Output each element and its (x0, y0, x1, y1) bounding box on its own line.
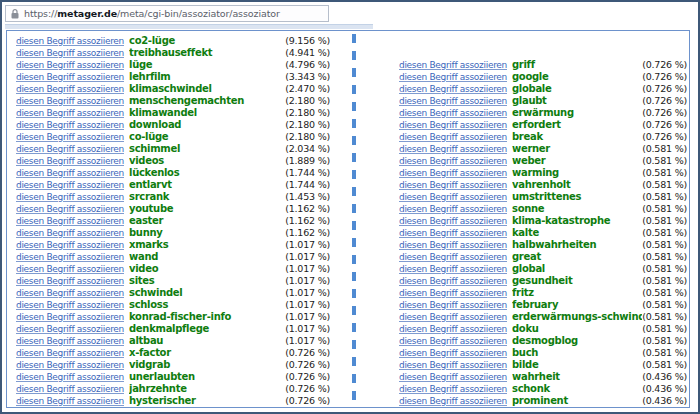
assoc-row: diesen Begriff assoziieren jahrzehnte (0… (16, 383, 330, 395)
associate-link[interactable]: diesen Begriff assoziieren (399, 95, 512, 107)
term-label: denkmalpflege (129, 323, 285, 335)
assoc-row: diesen Begriff assoziieren february (0.5… (399, 299, 687, 311)
percent-value: (0.581 %) (642, 191, 687, 203)
assoc-row: diesen Begriff assoziieren co2-lüge (9.1… (16, 35, 330, 47)
associate-link[interactable]: diesen Begriff assoziieren (16, 131, 129, 143)
term-label: menschengemachten (129, 95, 285, 107)
associate-link[interactable]: diesen Begriff assoziieren (16, 179, 129, 191)
associate-link[interactable]: diesen Begriff assoziieren (16, 335, 129, 347)
term-label: vahrenholt (512, 179, 642, 191)
percent-value: (9.156 %) (285, 35, 330, 47)
percent-value: (1.162 %) (285, 203, 330, 215)
percent-value: (1.744 %) (285, 167, 330, 179)
associate-link[interactable]: diesen Begriff assoziieren (16, 143, 129, 155)
associate-link[interactable]: diesen Begriff assoziieren (399, 323, 512, 335)
associate-link[interactable]: diesen Begriff assoziieren (399, 71, 512, 83)
associate-link[interactable]: diesen Begriff assoziieren (16, 359, 129, 371)
assoc-row: diesen Begriff assoziieren halbwahrheite… (399, 239, 687, 251)
associate-link[interactable]: diesen Begriff assoziieren (399, 263, 512, 275)
associate-link[interactable]: diesen Begriff assoziieren (16, 215, 129, 227)
percent-value: (0.581 %) (642, 311, 687, 323)
associate-link[interactable]: diesen Begriff assoziieren (399, 143, 512, 155)
term-label: srcrank (129, 191, 285, 203)
associate-link[interactable]: diesen Begriff assoziieren (16, 155, 129, 167)
assoc-row: diesen Begriff assoziieren global (0.581… (399, 263, 687, 275)
associate-link[interactable]: diesen Begriff assoziieren (399, 119, 512, 131)
associate-link[interactable]: diesen Begriff assoziieren (399, 383, 512, 395)
associate-link[interactable]: diesen Begriff assoziieren (16, 299, 129, 311)
associate-link[interactable]: diesen Begriff assoziieren (399, 275, 512, 287)
assoc-row: diesen Begriff assoziieren glaubt (0.726… (399, 95, 687, 107)
associate-link[interactable]: diesen Begriff assoziieren (399, 371, 512, 383)
assoc-row: diesen Begriff assoziieren srcrank (1.45… (16, 191, 330, 203)
percent-value: (0.581 %) (642, 263, 687, 275)
associate-link[interactable]: diesen Begriff assoziieren (399, 83, 512, 95)
associate-link[interactable]: diesen Begriff assoziieren (16, 167, 129, 179)
term-label: griff (512, 59, 642, 71)
percent-value: (0.726 %) (285, 347, 330, 359)
associate-link[interactable]: diesen Begriff assoziieren (16, 263, 129, 275)
associate-link[interactable]: diesen Begriff assoziieren (16, 395, 129, 407)
associate-link[interactable]: diesen Begriff assoziieren (399, 215, 512, 227)
term-label: sites (129, 275, 285, 287)
associate-link[interactable]: diesen Begriff assoziieren (16, 227, 129, 239)
associate-link[interactable]: diesen Begriff assoziieren (399, 227, 512, 239)
term-label: co2-lüge (129, 35, 285, 47)
associate-link[interactable]: diesen Begriff assoziieren (16, 119, 129, 131)
assoc-row: diesen Begriff assoziieren videos (1.889… (16, 155, 330, 167)
associate-link[interactable]: diesen Begriff assoziieren (16, 47, 129, 59)
associate-link[interactable]: diesen Begriff assoziieren (399, 395, 512, 407)
percent-value: (0.581 %) (642, 359, 687, 371)
associate-link[interactable]: diesen Begriff assoziieren (16, 203, 129, 215)
address-bar[interactable]: https://metager.de/meta/cgi-bin/assoziat… (5, 5, 329, 22)
associate-link[interactable]: diesen Begriff assoziieren (16, 371, 129, 383)
term-label: globale (512, 83, 642, 95)
associate-link[interactable]: diesen Begriff assoziieren (399, 191, 512, 203)
assoc-row: diesen Begriff assoziieren x-factor (0.7… (16, 347, 330, 359)
associate-link[interactable]: diesen Begriff assoziieren (399, 299, 512, 311)
associate-link[interactable]: diesen Begriff assoziieren (16, 251, 129, 263)
associate-link[interactable]: diesen Begriff assoziieren (399, 287, 512, 299)
assoc-row: diesen Begriff assoziieren erderwärmungs… (399, 311, 687, 323)
associate-link[interactable]: diesen Begriff assoziieren (399, 347, 512, 359)
associate-link[interactable]: diesen Begriff assoziieren (16, 59, 129, 71)
assoc-row: diesen Begriff assoziieren bunny (1.162 … (16, 227, 330, 239)
results-column-right: diesen Begriff assoziieren griff (0.726 … (399, 59, 687, 407)
associate-link[interactable]: diesen Begriff assoziieren (399, 203, 512, 215)
associate-link[interactable]: diesen Begriff assoziieren (399, 251, 512, 263)
term-label: klimaschwindel (129, 83, 285, 95)
associate-link[interactable]: diesen Begriff assoziieren (16, 347, 129, 359)
percent-value: (0.726 %) (642, 83, 687, 95)
associate-link[interactable]: diesen Begriff assoziieren (399, 335, 512, 347)
associate-link[interactable]: diesen Begriff assoziieren (16, 383, 129, 395)
associate-link[interactable]: diesen Begriff assoziieren (16, 107, 129, 119)
associate-link[interactable]: diesen Begriff assoziieren (399, 59, 512, 71)
associate-link[interactable]: diesen Begriff assoziieren (16, 323, 129, 335)
associate-link[interactable]: diesen Begriff assoziieren (16, 191, 129, 203)
associate-link[interactable]: diesen Begriff assoziieren (399, 239, 512, 251)
associate-link[interactable]: diesen Begriff assoziieren (16, 287, 129, 299)
assoc-row: diesen Begriff assoziieren gesundheit (0… (399, 275, 687, 287)
associate-link[interactable]: diesen Begriff assoziieren (16, 95, 129, 107)
associate-link[interactable]: diesen Begriff assoziieren (399, 311, 512, 323)
associate-link[interactable]: diesen Begriff assoziieren (399, 107, 512, 119)
associate-link[interactable]: diesen Begriff assoziieren (16, 83, 129, 95)
associate-link[interactable]: diesen Begriff assoziieren (16, 239, 129, 251)
toolbar-strip (5, 24, 373, 29)
associate-link[interactable]: diesen Begriff assoziieren (16, 35, 129, 47)
assoc-row: diesen Begriff assoziieren klima-katastr… (399, 215, 687, 227)
term-label: schloss (129, 299, 285, 311)
associate-link[interactable]: diesen Begriff assoziieren (16, 275, 129, 287)
assoc-row: diesen Begriff assoziieren easter (1.162… (16, 215, 330, 227)
associate-link[interactable]: diesen Begriff assoziieren (399, 131, 512, 143)
associate-link[interactable]: diesen Begriff assoziieren (399, 359, 512, 371)
associate-link[interactable]: diesen Begriff assoziieren (16, 71, 129, 83)
term-label: lehrfilm (129, 71, 285, 83)
associate-link[interactable]: diesen Begriff assoziieren (16, 311, 129, 323)
associate-link[interactable]: diesen Begriff assoziieren (399, 179, 512, 191)
assoc-row: diesen Begriff assoziieren sites (1.017 … (16, 275, 330, 287)
associate-link[interactable]: diesen Begriff assoziieren (399, 167, 512, 179)
associate-link[interactable]: diesen Begriff assoziieren (399, 155, 512, 167)
assoc-row: diesen Begriff assoziieren schloss (1.01… (16, 299, 330, 311)
term-label: schonk (512, 383, 642, 395)
